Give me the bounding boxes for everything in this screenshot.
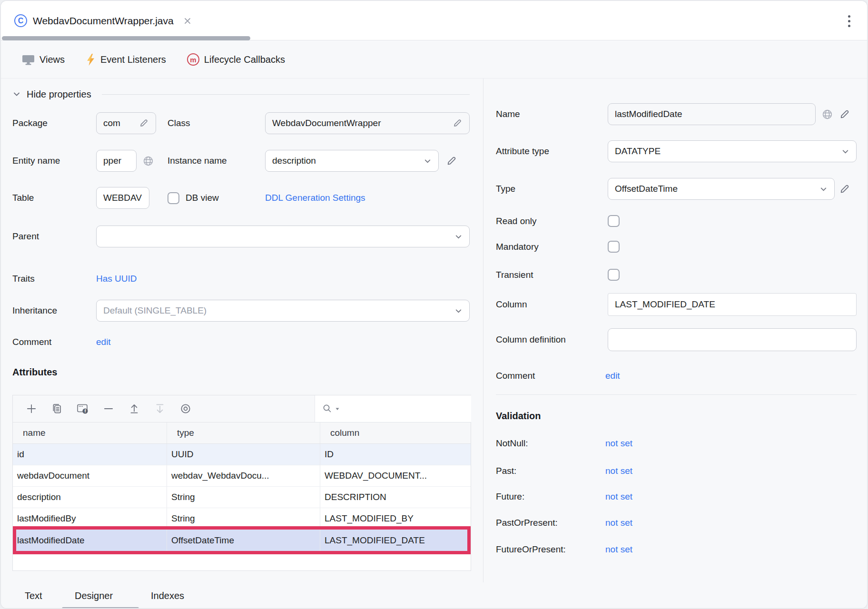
attr-column: ID	[320, 444, 471, 465]
attr-type: String	[167, 487, 320, 508]
class-label: Class	[168, 112, 190, 134]
entity-name-field[interactable]: pper	[96, 150, 137, 172]
past-label: Past:	[496, 462, 516, 481]
globe-icon[interactable]	[142, 155, 154, 167]
table-row[interactable]: webdavDocument webdav_WebdavDocu... WEBD…	[13, 465, 471, 487]
pastorpresent-not-set-link[interactable]: not set	[605, 513, 632, 532]
class-field[interactable]: WebdavDocumentWrapper	[265, 112, 470, 134]
validation-divider	[496, 394, 857, 395]
file-tab[interactable]: C WebdavDocumentWrapper.java	[14, 1, 192, 40]
futureorpresent-not-set-link[interactable]: not set	[605, 540, 632, 559]
inheritance-dropdown[interactable]: Default (SINGLE_TABLE)	[96, 300, 470, 322]
app-window: C WebdavDocumentWrapper.java Views Event…	[0, 0, 868, 609]
attr-type: UUID	[167, 444, 320, 465]
column-definition-field[interactable]	[608, 328, 857, 351]
column-header-column[interactable]: column	[320, 422, 471, 443]
attributes-grid: f name type	[12, 395, 471, 571]
views-button[interactable]: Views	[22, 54, 65, 65]
attr-column: DESCRIPTION	[320, 487, 471, 508]
package-value: com	[103, 118, 138, 128]
copy-attribute-button[interactable]	[51, 403, 63, 415]
more-options-icon[interactable]	[843, 12, 855, 29]
move-up-icon	[128, 403, 140, 415]
edit-pencil-icon[interactable]	[445, 155, 457, 167]
panel-divider	[483, 79, 483, 582]
table-label: Table	[12, 187, 34, 209]
db-view-checkbox[interactable]	[168, 192, 179, 204]
remove-attribute-button[interactable]	[102, 403, 115, 415]
attribute-search-input[interactable]	[315, 395, 471, 422]
attr-name: lastModifiedBy	[13, 508, 167, 529]
entity-name-label: Entity name	[12, 150, 60, 172]
table-row[interactable]: lastModifiedBy String LAST_MODIFIED_BY	[13, 508, 471, 530]
notnull-not-set-link[interactable]: not set	[605, 434, 632, 453]
lifecycle-callbacks-button[interactable]: m Lifecycle Callbacks	[187, 53, 285, 66]
attribute-type-dropdown[interactable]: DATATYPE	[608, 140, 857, 162]
edit-pencil-icon[interactable]	[838, 108, 850, 120]
entity-comment-edit-link[interactable]: edit	[96, 333, 111, 352]
search-icon	[322, 403, 333, 414]
column-field[interactable]: LAST_MODIFIED_DATE	[608, 293, 857, 316]
table-row[interactable]: description String DESCRIPTION	[13, 487, 471, 508]
column-header-type[interactable]: type	[167, 422, 320, 443]
new-window-f-icon: f	[77, 403, 89, 415]
add-attribute-button[interactable]	[25, 403, 38, 415]
attr-name: lastModifiedDate	[13, 530, 167, 551]
db-view-label: DB view	[186, 187, 219, 209]
event-listeners-label: Event Listeners	[100, 54, 166, 65]
read-only-checkbox[interactable]	[608, 215, 620, 227]
ddl-generation-settings-link[interactable]: DDL Generation Settings	[265, 187, 365, 209]
inheritance-label: Inheritance	[12, 300, 57, 322]
close-tab-icon[interactable]	[183, 17, 192, 25]
attributes-table-header: name type column	[13, 422, 471, 444]
tab-scrollbar-thumb[interactable]	[2, 36, 250, 40]
chevron-down-icon	[12, 90, 21, 98]
generate-field-button[interactable]: f	[77, 403, 89, 415]
parent-dropdown[interactable]	[96, 226, 470, 247]
transient-checkbox[interactable]	[608, 269, 620, 281]
tab-designer[interactable]: Designer	[75, 586, 113, 605]
column-definition-label: Column definition	[496, 328, 566, 351]
active-tab-indicator	[62, 607, 139, 609]
move-down-icon	[154, 403, 166, 415]
package-field[interactable]: com	[96, 112, 156, 134]
attr-column: LAST_MODIFIED_DATE	[320, 530, 471, 551]
mandatory-label: Mandatory	[496, 241, 539, 253]
type-label: Type	[496, 178, 515, 200]
table-value: WEBDAV	[103, 193, 142, 203]
lifecycle-callbacks-label: Lifecycle Callbacks	[204, 54, 285, 65]
tab-indexes[interactable]: Indexes	[151, 586, 184, 605]
past-not-set-link[interactable]: not set	[605, 462, 632, 481]
move-down-button[interactable]	[154, 403, 166, 415]
edit-pencil-icon[interactable]	[138, 118, 149, 128]
attr-column: WEBDAV_DOCUMENT...	[320, 465, 471, 486]
attr-comment-edit-link[interactable]: edit	[605, 366, 620, 385]
table-row[interactable]: id UUID ID	[13, 444, 471, 465]
m-circle-icon: m	[187, 53, 199, 66]
chevron-down-icon	[424, 157, 432, 165]
column-header-name[interactable]: name	[13, 422, 167, 443]
inheritance-value: Default (SINGLE_TABLE)	[103, 305, 454, 316]
name-label: Name	[496, 103, 520, 125]
chevron-down-icon	[454, 307, 463, 315]
table-row-selected[interactable]: lastModifiedDate OffsetDateTime LAST_MOD…	[13, 530, 471, 551]
transient-label: Transient	[496, 269, 533, 281]
event-listeners-button[interactable]: Event Listeners	[86, 53, 166, 66]
has-uuid-link[interactable]: Has UUID	[96, 269, 137, 288]
tab-text[interactable]: Text	[25, 586, 42, 605]
instance-name-dropdown[interactable]: description	[265, 150, 439, 172]
hide-properties-toggle[interactable]: Hide properties	[12, 84, 470, 105]
edit-pencil-icon[interactable]	[452, 118, 463, 128]
edit-pencil-icon[interactable]	[838, 183, 850, 195]
copy-icon	[51, 403, 63, 415]
comment-label: Comment	[12, 333, 51, 352]
visibility-button[interactable]	[179, 403, 192, 415]
mandatory-checkbox[interactable]	[608, 241, 620, 253]
type-dropdown[interactable]: OffsetDateTime	[608, 178, 835, 200]
future-not-set-link[interactable]: not set	[605, 487, 632, 506]
attr-name: description	[13, 487, 167, 508]
move-up-button[interactable]	[128, 403, 140, 415]
attribute-name-field[interactable]: lastModifiedDate	[608, 103, 816, 125]
table-field[interactable]: WEBDAV	[96, 187, 149, 209]
globe-icon[interactable]	[821, 108, 833, 120]
